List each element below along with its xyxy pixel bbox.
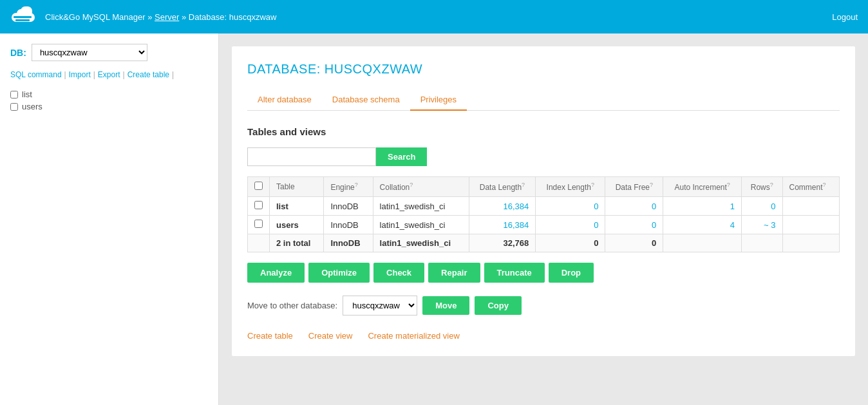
page-layout: DB: huscqxzwaw SQL command | Import | Ex… (0, 33, 868, 405)
nav-sql-command[interactable]: SQL command (10, 70, 62, 79)
row-rows-users: ~ 3 (742, 216, 783, 234)
sidebar: DB: huscqxzwaw SQL command | Import | Ex… (0, 33, 219, 405)
repair-button[interactable]: Repair (428, 263, 480, 283)
col-auto-increment: Auto Increment? (663, 177, 742, 197)
row-engine-list: InnoDB (324, 197, 373, 216)
total-data-free: 0 (605, 234, 663, 252)
total-index-length: 0 (536, 234, 605, 252)
total-collation: latin1_swedish_ci (373, 234, 469, 252)
logout-link[interactable]: Logout (832, 12, 858, 22)
move-copy-row: Move to other database: huscqxzwaw Move … (247, 296, 840, 316)
move-button[interactable]: Move (422, 296, 469, 315)
svg-rect-2 (21, 6, 32, 15)
analyze-button[interactable]: Analyze (247, 263, 305, 283)
sidebar-table-item[interactable]: list (10, 88, 208, 100)
svg-rect-4 (15, 19, 30, 21)
row-index-length-list: 0 (536, 197, 605, 216)
create-view-link[interactable]: Create view (308, 331, 353, 341)
nav-import[interactable]: Import (69, 70, 91, 79)
copy-button[interactable]: Copy (475, 296, 522, 315)
db-select[interactable]: huscqxzwaw (32, 44, 147, 61)
tab-database-schema[interactable]: Database schema (322, 89, 410, 111)
row-rows-list: 0 (742, 197, 783, 216)
db-selector-row: DB: huscqxzwaw (10, 44, 208, 61)
footer-links: Create table Create view Create material… (247, 331, 840, 341)
row-data-free-list: 0 (605, 197, 663, 216)
breadcrumb-sep2: » (182, 12, 189, 22)
sidebar-table-name-list[interactable]: list (22, 89, 32, 99)
sidebar-table-checkbox-list[interactable] (10, 91, 18, 99)
breadcrumb-db-label: Database: (189, 12, 227, 22)
col-comment: Comment? (782, 177, 839, 197)
col-index-length: Index Length? (536, 177, 605, 197)
row-data-length-users: 16,384 (469, 216, 536, 234)
header-logo (10, 6, 39, 27)
move-db-select[interactable]: huscqxzwaw (343, 296, 417, 316)
logo-icon (10, 6, 39, 27)
nav-export[interactable]: Export (98, 70, 120, 79)
sidebar-table-checkbox-users[interactable] (10, 103, 18, 111)
col-rows: Rows? (742, 177, 783, 197)
total-row: 2 in total InnoDB latin1_swedish_ci 32,7… (248, 234, 840, 252)
total-data-length: 32,768 (469, 234, 536, 252)
header-left: Click&Go MySQL Manager » Server » Databa… (10, 6, 276, 27)
table-row: list InnoDB latin1_swedish_ci 16,384 0 0… (248, 197, 840, 216)
optimize-button[interactable]: Optimize (308, 263, 370, 283)
col-collation: Collation? (373, 177, 469, 197)
total-engine: InnoDB (324, 234, 373, 252)
tab-bar: Alter database Database schema Privilege… (247, 89, 840, 111)
svg-rect-3 (14, 16, 32, 18)
breadcrumb-db-name: huscqxzwaw (229, 12, 277, 22)
nav-create-table[interactable]: Create table (127, 70, 169, 79)
sidebar-table-name-users[interactable]: users (22, 102, 42, 111)
row-name-users[interactable]: users (276, 220, 299, 230)
sidebar-table-item[interactable]: users (10, 100, 208, 113)
table-row: users InnoDB latin1_swedish_ci 16,384 0 … (248, 216, 840, 234)
search-input[interactable] (247, 147, 376, 166)
row-checkbox-list[interactable] (254, 201, 263, 209)
row-index-length-users: 0 (536, 216, 605, 234)
row-collation-users: latin1_swedish_ci (373, 216, 469, 234)
move-label: Move to other database: (247, 301, 337, 310)
row-comment-users (782, 216, 839, 234)
tab-alter-database[interactable]: Alter database (247, 89, 322, 111)
truncate-button[interactable]: Truncate (484, 263, 545, 283)
search-row: Search (247, 147, 840, 166)
app-header: Click&Go MySQL Manager » Server » Databa… (0, 0, 868, 33)
header-breadcrumb: Click&Go MySQL Manager » Server » Databa… (45, 12, 276, 22)
drop-button[interactable]: Drop (549, 263, 594, 283)
row-data-length-list: 16,384 (469, 197, 536, 216)
create-table-link[interactable]: Create table (247, 331, 293, 341)
col-table: Table (270, 177, 324, 197)
section-title: Tables and views (247, 126, 840, 137)
main-card: DATABASE: HUSCQXZWAW Alter database Data… (232, 46, 855, 356)
col-data-free: Data Free? (605, 177, 663, 197)
check-button[interactable]: Check (373, 263, 424, 283)
row-auto-increment-users: 4 (663, 216, 742, 234)
sidebar-nav: SQL command | Import | Export | Create t… (10, 70, 208, 79)
row-checkbox-users[interactable] (254, 220, 263, 228)
tab-privileges[interactable]: Privileges (410, 89, 467, 111)
row-comment-list (782, 197, 839, 216)
main-content: DATABASE: HUSCQXZWAW Alter database Data… (219, 33, 868, 405)
total-label: 2 in total (270, 234, 324, 252)
sidebar-table-list: list users (10, 88, 208, 113)
db-label: DB: (10, 48, 26, 58)
app-name: Click&Go MySQL Manager (45, 12, 146, 22)
row-name-list[interactable]: list (276, 202, 288, 211)
breadcrumb-sep1: » (147, 12, 155, 22)
row-data-free-users: 0 (605, 216, 663, 234)
tables-table: Table Engine? Collation? Data Length? In… (247, 176, 840, 252)
action-buttons-row: Analyze Optimize Check Repair Truncate D… (247, 263, 840, 283)
col-data-length: Data Length? (469, 177, 536, 197)
breadcrumb-server[interactable]: Server (155, 12, 179, 22)
row-auto-increment-list: 1 (663, 197, 742, 216)
search-button[interactable]: Search (376, 147, 427, 166)
row-engine-users: InnoDB (324, 216, 373, 234)
db-title: DATABASE: HUSCQXZWAW (247, 62, 840, 77)
row-collation-list: latin1_swedish_ci (373, 197, 469, 216)
col-engine: Engine? (324, 177, 373, 197)
select-all-checkbox[interactable] (254, 182, 263, 190)
create-materialized-view-link[interactable]: Create materialized view (368, 331, 459, 341)
